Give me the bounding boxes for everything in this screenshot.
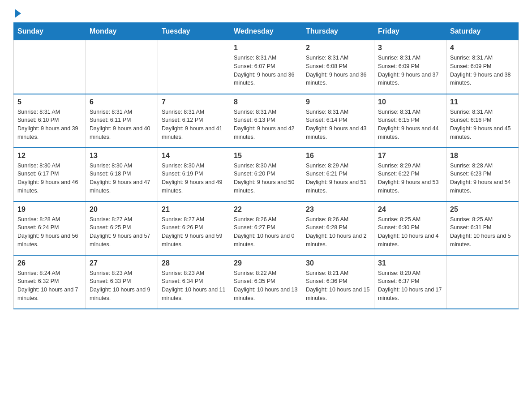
day-number: 4 [450, 44, 515, 52]
calendar-cell: 25Sunrise: 8:25 AMSunset: 6:31 PMDayligh… [446, 201, 519, 255]
day-info: Sunrise: 8:30 AMSunset: 6:18 PMDaylight:… [90, 162, 154, 195]
calendar-cell: 24Sunrise: 8:25 AMSunset: 6:30 PMDayligh… [374, 201, 446, 255]
day-info: Sunrise: 8:31 AMSunset: 6:09 PMDaylight:… [378, 54, 442, 87]
day-info: Sunrise: 8:31 AMSunset: 6:09 PMDaylight:… [450, 54, 515, 87]
day-info: Sunrise: 8:26 AMSunset: 6:27 PMDaylight:… [234, 215, 298, 249]
day-info: Sunrise: 8:26 AMSunset: 6:28 PMDaylight:… [306, 215, 370, 249]
page-header [13, 9, 519, 18]
day-number: 9 [306, 98, 370, 106]
day-number: 3 [378, 44, 442, 52]
day-info: Sunrise: 8:31 AMSunset: 6:08 PMDaylight:… [306, 54, 370, 87]
calendar-cell: 23Sunrise: 8:26 AMSunset: 6:28 PMDayligh… [302, 201, 374, 255]
calendar-cell: 16Sunrise: 8:29 AMSunset: 6:21 PMDayligh… [302, 148, 374, 201]
logo [13, 9, 22, 18]
calendar-cell: 11Sunrise: 8:31 AMSunset: 6:16 PMDayligh… [446, 94, 519, 148]
day-number: 19 [17, 206, 82, 214]
header-friday: Friday [374, 23, 446, 40]
day-number: 20 [90, 206, 154, 214]
header-tuesday: Tuesday [158, 23, 230, 40]
header-wednesday: Wednesday [230, 23, 302, 40]
calendar-cell: 30Sunrise: 8:21 AMSunset: 6:36 PMDayligh… [302, 255, 374, 309]
day-number: 18 [450, 152, 515, 160]
calendar-cell: 2Sunrise: 8:31 AMSunset: 6:08 PMDaylight… [302, 40, 374, 94]
day-number: 22 [234, 206, 298, 214]
day-number: 2 [306, 44, 370, 52]
day-info: Sunrise: 8:30 AMSunset: 6:20 PMDaylight:… [234, 162, 298, 195]
day-number: 23 [306, 206, 370, 214]
day-info: Sunrise: 8:29 AMSunset: 6:21 PMDaylight:… [306, 162, 370, 195]
calendar-cell: 18Sunrise: 8:28 AMSunset: 6:23 PMDayligh… [446, 148, 519, 201]
day-number: 15 [234, 152, 298, 160]
calendar-cell: 10Sunrise: 8:31 AMSunset: 6:15 PMDayligh… [374, 94, 446, 148]
day-info: Sunrise: 8:28 AMSunset: 6:23 PMDaylight:… [450, 162, 515, 195]
day-number: 17 [378, 152, 442, 160]
day-number: 30 [306, 259, 370, 267]
calendar-week-row: 12Sunrise: 8:30 AMSunset: 6:17 PMDayligh… [14, 148, 519, 201]
day-number: 27 [90, 259, 154, 267]
header-saturday: Saturday [446, 23, 519, 40]
day-info: Sunrise: 8:21 AMSunset: 6:36 PMDaylight:… [306, 269, 370, 303]
day-info: Sunrise: 8:31 AMSunset: 6:13 PMDaylight:… [234, 108, 298, 141]
calendar-cell: 14Sunrise: 8:30 AMSunset: 6:19 PMDayligh… [158, 148, 230, 201]
calendar-cell: 22Sunrise: 8:26 AMSunset: 6:27 PMDayligh… [230, 201, 302, 255]
calendar-cell [86, 40, 158, 94]
day-info: Sunrise: 8:31 AMSunset: 6:11 PMDaylight:… [90, 108, 154, 141]
calendar-week-row: 26Sunrise: 8:24 AMSunset: 6:32 PMDayligh… [14, 255, 519, 309]
day-info: Sunrise: 8:24 AMSunset: 6:32 PMDaylight:… [17, 269, 82, 303]
day-info: Sunrise: 8:31 AMSunset: 6:16 PMDaylight:… [450, 108, 515, 141]
day-number: 6 [90, 98, 154, 106]
day-number: 10 [378, 98, 442, 106]
calendar-cell: 21Sunrise: 8:27 AMSunset: 6:26 PMDayligh… [158, 201, 230, 255]
calendar-week-row: 19Sunrise: 8:28 AMSunset: 6:24 PMDayligh… [14, 201, 519, 255]
day-info: Sunrise: 8:27 AMSunset: 6:25 PMDaylight:… [90, 215, 154, 249]
day-info: Sunrise: 8:20 AMSunset: 6:37 PMDaylight:… [378, 269, 442, 303]
day-info: Sunrise: 8:31 AMSunset: 6:14 PMDaylight:… [306, 108, 370, 141]
calendar-cell: 7Sunrise: 8:31 AMSunset: 6:12 PMDaylight… [158, 94, 230, 148]
day-info: Sunrise: 8:31 AMSunset: 6:07 PMDaylight:… [234, 54, 298, 87]
day-info: Sunrise: 8:30 AMSunset: 6:19 PMDaylight:… [162, 162, 226, 195]
calendar-cell: 6Sunrise: 8:31 AMSunset: 6:11 PMDaylight… [86, 94, 158, 148]
calendar-cell: 3Sunrise: 8:31 AMSunset: 6:09 PMDaylight… [374, 40, 446, 94]
day-info: Sunrise: 8:27 AMSunset: 6:26 PMDaylight:… [162, 215, 226, 249]
calendar-cell: 26Sunrise: 8:24 AMSunset: 6:32 PMDayligh… [14, 255, 86, 309]
calendar-cell [14, 40, 86, 94]
header-thursday: Thursday [302, 23, 374, 40]
day-info: Sunrise: 8:23 AMSunset: 6:33 PMDaylight:… [90, 269, 154, 303]
calendar-cell: 12Sunrise: 8:30 AMSunset: 6:17 PMDayligh… [14, 148, 86, 201]
calendar-cell: 20Sunrise: 8:27 AMSunset: 6:25 PMDayligh… [86, 201, 158, 255]
day-number: 16 [306, 152, 370, 160]
day-info: Sunrise: 8:25 AMSunset: 6:30 PMDaylight:… [378, 215, 442, 249]
day-number: 5 [17, 98, 82, 106]
day-number: 13 [90, 152, 154, 160]
day-number: 24 [378, 206, 442, 214]
calendar-week-row: 5Sunrise: 8:31 AMSunset: 6:10 PMDaylight… [14, 94, 519, 148]
day-number: 14 [162, 152, 226, 160]
day-number: 25 [450, 206, 515, 214]
calendar-cell: 15Sunrise: 8:30 AMSunset: 6:20 PMDayligh… [230, 148, 302, 201]
day-info: Sunrise: 8:31 AMSunset: 6:10 PMDaylight:… [17, 108, 82, 141]
calendar-cell: 27Sunrise: 8:23 AMSunset: 6:33 PMDayligh… [86, 255, 158, 309]
calendar-week-row: 1Sunrise: 8:31 AMSunset: 6:07 PMDaylight… [14, 40, 519, 94]
calendar-cell: 8Sunrise: 8:31 AMSunset: 6:13 PMDaylight… [230, 94, 302, 148]
calendar-cell: 17Sunrise: 8:29 AMSunset: 6:22 PMDayligh… [374, 148, 446, 201]
day-number: 26 [17, 259, 82, 267]
calendar-table: Sunday Monday Tuesday Wednesday Thursday… [13, 22, 519, 309]
calendar-cell [446, 255, 519, 309]
day-info: Sunrise: 8:30 AMSunset: 6:17 PMDaylight:… [17, 162, 82, 195]
calendar-cell: 9Sunrise: 8:31 AMSunset: 6:14 PMDaylight… [302, 94, 374, 148]
day-info: Sunrise: 8:22 AMSunset: 6:35 PMDaylight:… [234, 269, 298, 303]
header-sunday: Sunday [14, 23, 86, 40]
calendar-cell: 1Sunrise: 8:31 AMSunset: 6:07 PMDaylight… [230, 40, 302, 94]
day-number: 8 [234, 98, 298, 106]
header-monday: Monday [86, 23, 158, 40]
day-info: Sunrise: 8:23 AMSunset: 6:34 PMDaylight:… [162, 269, 226, 303]
day-info: Sunrise: 8:31 AMSunset: 6:12 PMDaylight:… [162, 108, 226, 141]
calendar-cell: 28Sunrise: 8:23 AMSunset: 6:34 PMDayligh… [158, 255, 230, 309]
calendar-cell: 29Sunrise: 8:22 AMSunset: 6:35 PMDayligh… [230, 255, 302, 309]
day-number: 31 [378, 259, 442, 267]
day-number: 7 [162, 98, 226, 106]
day-number: 1 [234, 44, 298, 52]
day-info: Sunrise: 8:31 AMSunset: 6:15 PMDaylight:… [378, 108, 442, 141]
calendar-header-row: Sunday Monday Tuesday Wednesday Thursday… [14, 23, 519, 40]
calendar-cell: 31Sunrise: 8:20 AMSunset: 6:37 PMDayligh… [374, 255, 446, 309]
